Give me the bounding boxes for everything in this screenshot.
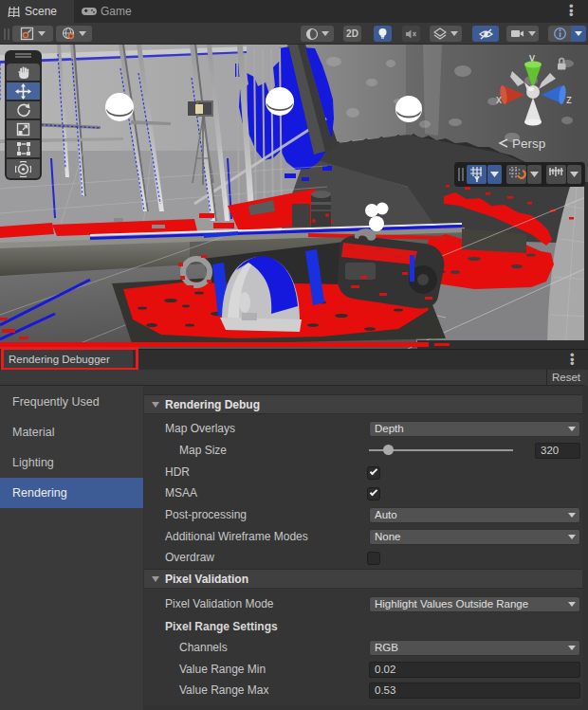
svg-text:z: z [566,93,572,106]
svg-text:Persp: Persp [512,137,545,151]
svg-text:x: x [496,93,502,106]
svg-text:Y: Y [474,174,480,184]
